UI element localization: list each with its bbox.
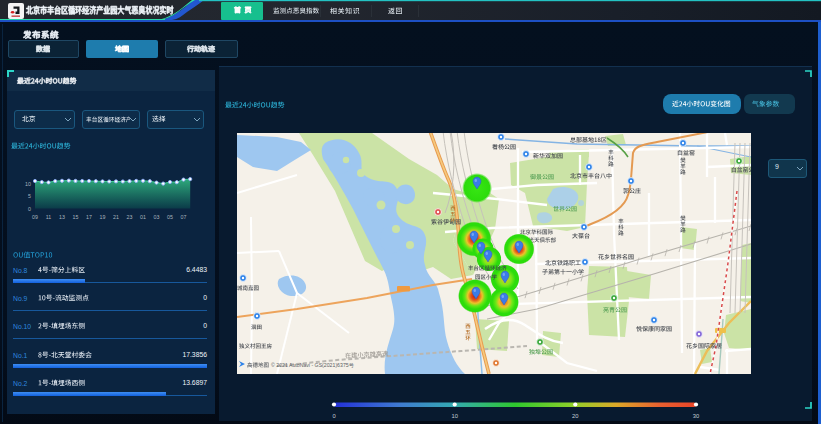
svg-text:20: 20 xyxy=(572,413,578,419)
svg-text:0: 0 xyxy=(332,413,335,419)
svg-text:15: 15 xyxy=(73,214,79,220)
svg-text:03: 03 xyxy=(154,214,160,220)
svg-text:10: 10 xyxy=(451,413,457,419)
svg-text:© 2021 AutoNavi - GS(2021)6375: © 2021 AutoNavi - GS(2021)6375号 xyxy=(271,362,354,368)
svg-text:21: 21 xyxy=(113,214,119,220)
svg-text:07: 07 xyxy=(181,214,187,220)
svg-text:0: 0 xyxy=(28,206,31,212)
svg-text:01: 01 xyxy=(140,214,146,220)
svg-text:09: 09 xyxy=(32,214,38,220)
svg-text:11: 11 xyxy=(46,214,52,220)
svg-text:19: 19 xyxy=(100,214,106,220)
svg-text:23: 23 xyxy=(127,214,133,220)
svg-text:10: 10 xyxy=(25,181,31,187)
svg-text:05: 05 xyxy=(167,214,173,220)
svg-text:5: 5 xyxy=(28,193,31,199)
svg-text:17: 17 xyxy=(86,214,92,220)
svg-text:13: 13 xyxy=(59,214,65,220)
svg-text:30: 30 xyxy=(693,413,699,419)
